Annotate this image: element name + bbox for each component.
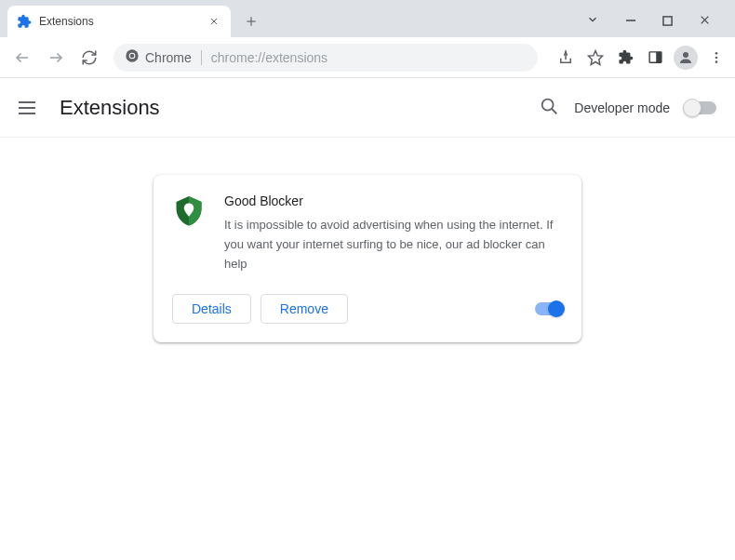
svg-rect-15 (656, 52, 662, 62)
developer-mode-label: Developer mode (574, 100, 670, 115)
extension-puzzle-icon (17, 14, 32, 29)
details-button[interactable]: Details (172, 294, 251, 324)
remove-button[interactable]: Remove (261, 294, 348, 324)
svg-point-18 (715, 56, 718, 59)
page-title: Extensions (60, 96, 160, 120)
close-icon[interactable] (699, 13, 711, 30)
tab-title: Extensions (39, 15, 207, 28)
address-bar[interactable]: Chrome chrome://extensions (114, 44, 538, 72)
reload-button[interactable] (74, 43, 104, 73)
close-tab-icon[interactable] (207, 14, 221, 29)
extensions-icon[interactable] (614, 47, 636, 69)
omnibox-url: chrome://extensions (211, 50, 327, 65)
content-area: Good Blocker It is impossible to avoid a… (0, 138, 735, 380)
chrome-logo-icon (125, 48, 140, 66)
window-controls (586, 13, 728, 30)
extension-name: Good Blocker (224, 193, 563, 208)
back-button[interactable] (7, 43, 37, 73)
omnibox-label: Chrome (145, 50, 202, 65)
maximize-icon[interactable] (662, 13, 673, 30)
svg-line-21 (552, 109, 556, 113)
hamburger-menu-icon[interactable] (19, 97, 41, 119)
extension-description: It is impossible to avoid advertising wh… (224, 216, 563, 273)
forward-button[interactable] (41, 43, 71, 73)
chevron-down-icon[interactable] (586, 13, 599, 30)
titlebar: Extensions (0, 0, 735, 37)
svg-marker-13 (589, 50, 603, 64)
share-icon[interactable] (555, 47, 577, 69)
svg-point-17 (715, 52, 718, 55)
search-icon[interactable] (539, 96, 559, 120)
svg-point-19 (715, 60, 718, 63)
svg-rect-5 (663, 17, 672, 25)
svg-point-12 (130, 54, 135, 59)
toolbar: Chrome chrome://extensions (0, 37, 735, 78)
extension-toggle[interactable] (535, 302, 563, 315)
bookmark-icon[interactable] (584, 47, 607, 69)
extensions-header: Extensions Developer mode (0, 78, 735, 138)
extension-card: Good Blocker It is impossible to avoid a… (154, 175, 581, 342)
shield-icon (172, 193, 206, 227)
svg-point-20 (542, 99, 554, 110)
sidepanel-icon[interactable] (644, 47, 666, 69)
svg-point-16 (683, 52, 688, 58)
developer-mode-toggle[interactable] (685, 101, 716, 114)
menu-icon[interactable] (705, 47, 728, 69)
profile-avatar[interactable] (674, 46, 698, 70)
minimize-icon[interactable] (625, 13, 636, 30)
browser-tab[interactable]: Extensions (7, 6, 231, 37)
new-tab-button[interactable] (238, 8, 264, 34)
